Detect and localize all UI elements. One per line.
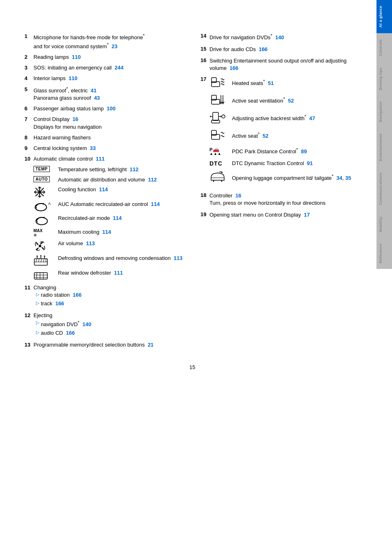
page-link[interactable]: 16 (236, 192, 241, 199)
page-container: 1 Microphone for hands-free mode for tel… (0, 0, 392, 555)
page-link[interactable]: 166 (229, 65, 238, 71)
item-text: Interior lamps 110 (33, 75, 184, 82)
svg-rect-33 (213, 112, 218, 121)
page-link[interactable]: 110 (69, 75, 78, 81)
arrow-icon: ▷ (36, 300, 39, 306)
item-text: Opening start menu on Control Display 17 (209, 211, 360, 219)
item-number: 12 (24, 312, 33, 319)
page-link[interactable]: 52 (288, 98, 294, 104)
heated-seat-row: Heated seats* 51 (209, 76, 360, 90)
active-seat-icon-cell (209, 129, 232, 142)
item-text: Passenger airbag status lamp 100 (33, 105, 184, 112)
vent-seat-icon (209, 94, 226, 106)
sidebar-tab-reference[interactable]: Reference (376, 238, 392, 269)
page-link[interactable]: 89 (301, 148, 307, 154)
sidebar-tab-at-a-glance[interactable]: At a glance (376, 0, 392, 34)
list-item: 9 Central locking system 33 (24, 145, 184, 152)
active-seat-row: Active seat* 52 (209, 129, 360, 142)
sidebar-tab-navigation[interactable]: Navigation (376, 96, 392, 128)
page-link[interactable]: 17 (304, 212, 310, 218)
arrow-icon: ▷ (36, 320, 39, 326)
page-link[interactable]: 33 (90, 145, 96, 151)
page-link[interactable]: 41 (91, 87, 96, 94)
two-col-layout: 1 Microphone for hands-free mode for tel… (24, 33, 360, 352)
page-link[interactable]: 114 (151, 201, 160, 207)
page-link[interactable]: 110 (72, 54, 81, 60)
page-link[interactable]: 166 (73, 292, 82, 298)
sidebar-tab-entertainment[interactable]: Entertainment (376, 128, 392, 167)
climate-item-cool: Cooling function 114 (33, 186, 184, 198)
list-item: 3 SOS: initiating an emergency call 244 (24, 64, 184, 72)
sidebar: At a glance Controls Driving tips Naviga… (376, 0, 392, 555)
page-link[interactable]: 51 (268, 80, 274, 86)
item-number: 6 (24, 105, 33, 112)
list-item: 4 Interior lamps 110 (24, 75, 184, 82)
list-item-16: 16 Switching Entertainment sound output … (200, 57, 360, 72)
page-link[interactable]: 35 (345, 175, 351, 181)
pdc-icon: P🚗 ▲▲▲ (209, 146, 232, 156)
page-link[interactable]: 114 (99, 186, 108, 192)
page-link[interactable]: 112 (148, 177, 157, 183)
cool-text: Cooling function 114 (58, 186, 184, 193)
sub-item-text: audio CD 166 (41, 329, 75, 337)
page-link[interactable]: 140 (82, 321, 91, 327)
page-link[interactable]: 34 (336, 175, 342, 181)
defrost-rear-text: Rear window defroster 111 (58, 269, 184, 277)
defrost-rear-icon (33, 269, 48, 281)
heated-seat-icon (209, 76, 226, 88)
item-number: 15 (200, 46, 209, 52)
page-link[interactable]: 111 (114, 270, 123, 276)
item-number: 13 (24, 341, 33, 349)
page-link[interactable]: 166 (66, 330, 75, 336)
page-link[interactable]: 244 (115, 65, 124, 71)
fan-text: Air volume 113 (58, 240, 184, 247)
dtc-text-label: DTC Dynamic Traction Control 91 (232, 160, 313, 167)
temp-icon-cell: TEMP (33, 166, 58, 172)
sidebar-tab-driving[interactable]: Driving tips (376, 62, 392, 96)
page-link[interactable]: 112 (130, 166, 139, 172)
list-item: 2 Reading lamps 110 (24, 54, 184, 61)
dtc-row: DTC DTC Dynamic Traction Control 91 (209, 160, 360, 167)
sidebar-tab-communications[interactable]: Communications (376, 167, 392, 211)
page-link[interactable]: 140 (275, 34, 284, 40)
fan-icon-cell (33, 240, 58, 252)
page-link[interactable]: 16 (72, 116, 78, 122)
page-link[interactable]: 113 (174, 255, 183, 261)
page-link[interactable]: 113 (86, 240, 95, 246)
page-link[interactable]: 43 (94, 95, 100, 101)
page-link[interactable]: 91 (307, 160, 313, 166)
list-item-11: 11 Changing ▷ radio station 166 ▷ track … (24, 284, 184, 309)
sidebar-tab-controls[interactable]: Controls (376, 34, 392, 62)
item-number: 2 (24, 54, 33, 61)
page-link[interactable]: 166 (55, 300, 64, 307)
page-link[interactable]: 100 (107, 105, 116, 112)
list-item: 1 Microphone for hands-free mode for tel… (24, 33, 184, 50)
page-link[interactable]: 114 (113, 215, 122, 221)
vent-seat-row: Active seat ventilation* 52 (209, 94, 360, 107)
sub-item-text: radio station 166 (41, 291, 82, 299)
page-link[interactable]: 47 (309, 115, 315, 121)
sub-arrow-item: ▷ audio CD 166 (36, 329, 184, 337)
list-item-17: 17 (200, 76, 360, 188)
page-link[interactable]: 52 (263, 133, 268, 139)
page-link[interactable]: 111 (96, 156, 105, 162)
item-number: 19 (200, 211, 209, 217)
page-link[interactable]: 23 (111, 43, 117, 49)
item-number: 1 (24, 33, 33, 40)
sub-item-text: navigation DVD* 140 (41, 320, 91, 329)
climate-item-temp: TEMP Temperature setting, left/right 112 (33, 166, 184, 173)
item-text: Reading lamps 110 (33, 54, 184, 61)
page-link[interactable]: 114 (102, 229, 111, 235)
item-text: Controller 16Turn, press or move horizon… (209, 192, 360, 207)
item-number: 5 (24, 86, 33, 93)
item-text: Drive for navigation DVDs* 140 (209, 33, 360, 42)
luggage-icon-cell (209, 171, 232, 184)
page-link[interactable]: 166 (259, 46, 268, 52)
item-17-icons: Heated seats* 51 (209, 76, 360, 188)
list-item: 8 Hazard warning flashers (24, 134, 184, 141)
item-text: Microphone for hands-free mode for telep… (33, 33, 184, 50)
item-text: Changing ▷ radio station 166 ▷ track 166 (33, 284, 184, 309)
sidebar-tab-mobility[interactable]: Mobility (376, 211, 392, 238)
pdc-text: PDC Park Distance Control* 89 (232, 147, 307, 156)
page-link[interactable]: 21 (148, 342, 154, 348)
